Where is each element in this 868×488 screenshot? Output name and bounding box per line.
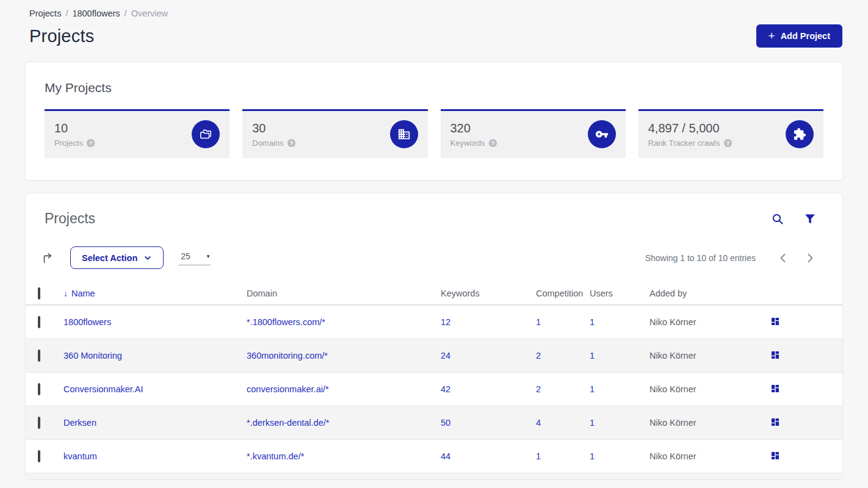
dashboard-icon[interactable] (770, 350, 780, 362)
svg-text:?: ? (491, 140, 494, 146)
keywords-count-link[interactable]: 42 (441, 384, 450, 394)
project-name-link[interactable]: 1800flowers (63, 317, 111, 327)
stat-tile-keywords: 320 Keywords ? (441, 109, 626, 158)
added-by-value: Niko Körner (649, 384, 770, 394)
page-title: Projects (29, 26, 94, 46)
table-row: 1800flowers *.1800flowers.com/* 12 1 1 N… (26, 305, 842, 339)
add-project-button[interactable]: + Add Project (756, 24, 842, 48)
stat-tile-projects: 10 Projects ? (45, 109, 230, 158)
crawls-count: 4,897 / 5,000 (648, 121, 732, 135)
keywords-count-link[interactable]: 24 (441, 351, 450, 361)
keywords-count-link[interactable]: 44 (441, 451, 450, 461)
domains-label: Domains (252, 138, 283, 148)
table-toolbar: Select Action 25 ▾ Showing 1 to 10 of 10… (26, 246, 842, 269)
select-action-label: Select Action (82, 253, 137, 263)
chevron-down-icon (143, 254, 152, 262)
added-by-value: Niko Körner (649, 418, 770, 428)
next-page-icon[interactable] (797, 249, 824, 267)
column-header-added-by[interactable]: Added by (649, 289, 770, 298)
project-domain-link[interactable]: *.kvantum.de/* (247, 451, 304, 461)
users-count-link[interactable]: 1 (590, 317, 595, 327)
dashboard-icon[interactable] (770, 451, 780, 462)
stat-tile-crawls: 4,897 / 5,000 Rank Tracker crawls ? (638, 109, 823, 158)
showing-entries-text: Showing 1 to 10 of 10 entries (645, 253, 756, 263)
project-domain-link[interactable]: conversionmaker.ai/* (247, 384, 329, 394)
help-icon[interactable]: ? (287, 138, 296, 148)
competition-count-link[interactable]: 4 (536, 418, 541, 428)
keywords-count: 320 (450, 121, 497, 135)
sort-desc-icon: ↓ (63, 289, 68, 298)
projects-folder-icon (192, 120, 220, 148)
page-size-value: 25 (181, 251, 190, 261)
projects-table-card: Projects Select Action 25 ▾ Showing 1 to… (25, 193, 843, 479)
row-checkbox[interactable] (38, 316, 40, 328)
added-by-value: Niko Körner (649, 351, 770, 361)
users-count-link[interactable]: 1 (590, 451, 595, 461)
project-name-link[interactable]: kvantum (63, 451, 97, 461)
share-export-icon[interactable] (40, 251, 55, 265)
table-row: 360 Monitoring 360monitoring.com/* 24 2 … (26, 339, 842, 372)
row-checkbox[interactable] (38, 350, 40, 362)
row-checkbox[interactable] (38, 417, 40, 429)
users-count-link[interactable]: 1 (590, 351, 595, 361)
domains-count: 30 (252, 121, 295, 135)
project-domain-link[interactable]: 360monitoring.com/* (247, 351, 328, 361)
added-by-value: Niko Körner (649, 451, 770, 461)
dashboard-icon[interactable] (770, 417, 780, 429)
project-domain-link[interactable]: *.1800flowers.com/* (247, 317, 325, 327)
keywords-label: Keywords (450, 138, 485, 148)
stats-tiles: 10 Projects ? 30 Domains (45, 109, 823, 158)
breadcrumb-1800flowers[interactable]: 1800flowers (72, 9, 120, 18)
competition-count-link[interactable]: 2 (536, 351, 541, 361)
prev-page-icon[interactable] (769, 249, 797, 267)
table-row: Conversionmaker.AI conversionmaker.ai/* … (26, 372, 842, 406)
column-header-users[interactable]: Users (590, 289, 649, 298)
project-name-link[interactable]: 360 Monitoring (63, 351, 122, 361)
column-header-domain[interactable]: Domain (247, 289, 441, 298)
project-name-link[interactable]: Derksen (63, 418, 96, 428)
projects-table: ↓ Name Domain Keywords Competition Users… (26, 282, 842, 479)
projects-count: 10 (54, 121, 95, 135)
crawls-label: Rank Tracker crawls (648, 138, 720, 148)
users-count-link[interactable]: 1 (590, 418, 595, 428)
puzzle-icon (786, 120, 814, 148)
projects-table-title: Projects (45, 210, 95, 227)
help-icon[interactable]: ? (488, 138, 497, 148)
svg-text:?: ? (289, 140, 293, 146)
table-header-row: ↓ Name Domain Keywords Competition Users… (26, 282, 842, 305)
column-header-keywords[interactable]: Keywords (441, 289, 536, 298)
dashboard-icon[interactable] (770, 317, 780, 328)
svg-text:?: ? (89, 140, 93, 146)
column-header-name[interactable]: ↓ Name (63, 289, 247, 298)
project-name-link[interactable]: Conversionmaker.AI (63, 384, 143, 394)
competition-count-link[interactable]: 1 (536, 317, 541, 327)
dashboard-icon[interactable] (770, 384, 780, 395)
row-checkbox[interactable] (38, 383, 40, 395)
filter-icon[interactable] (803, 212, 817, 226)
breadcrumb-projects[interactable]: Projects (29, 9, 61, 18)
page-size-select[interactable]: 25 ▾ (178, 250, 211, 265)
keywords-count-link[interactable]: 12 (441, 317, 450, 327)
svg-text:?: ? (726, 140, 729, 146)
select-all-checkbox[interactable] (38, 287, 40, 300)
plus-icon: + (769, 30, 775, 41)
projects-label: Projects (54, 138, 83, 148)
keywords-count-link[interactable]: 50 (441, 418, 450, 428)
users-count-link[interactable]: 1 (590, 384, 595, 394)
domains-building-icon (390, 120, 418, 148)
competition-count-link[interactable]: 1 (536, 451, 541, 461)
search-icon[interactable] (770, 212, 785, 226)
project-domain-link[interactable]: *.derksen-dental.de/* (247, 418, 329, 428)
stat-tile-domains: 30 Domains ? (242, 109, 427, 158)
table-row: kvantum *.kvantum.de/* 44 1 1 Niko Körne… (26, 439, 842, 473)
breadcrumb: Projects / 1800flowers / Overview (29, 9, 842, 18)
help-icon[interactable]: ? (723, 138, 732, 148)
competition-count-link[interactable]: 2 (536, 384, 541, 394)
select-action-dropdown[interactable]: Select Action (70, 246, 164, 269)
top-bar: Projects / 1800flowers / Overview Projec… (0, 0, 868, 48)
help-icon[interactable]: ? (86, 138, 95, 148)
row-checkbox[interactable] (38, 450, 40, 462)
add-project-label: Add Project (781, 31, 830, 41)
breadcrumb-separator: / (125, 9, 127, 18)
column-header-competition[interactable]: Competition (536, 289, 590, 298)
